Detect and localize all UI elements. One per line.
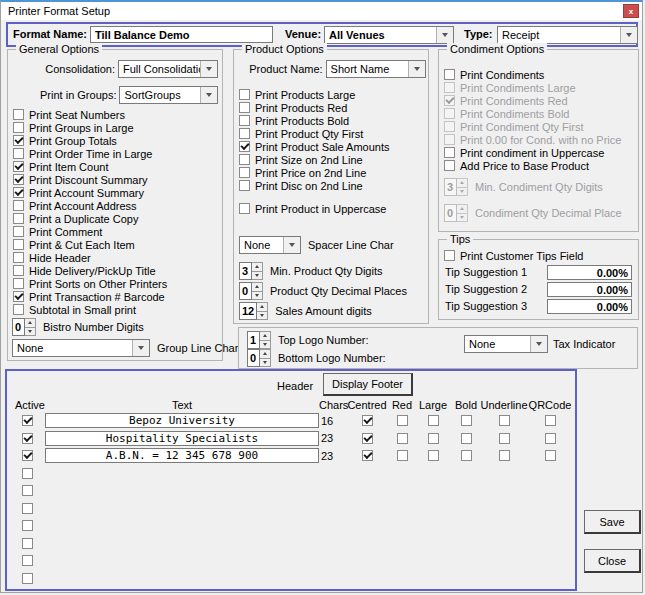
checkbox[interactable] — [13, 239, 24, 250]
checkbox[interactable] — [239, 203, 250, 214]
spinner-down-icon[interactable] — [260, 341, 271, 350]
checkbox[interactable] — [444, 69, 455, 80]
qrcode-checkbox[interactable] — [545, 415, 556, 426]
spinner-up-icon[interactable] — [260, 331, 271, 341]
spinner-down-icon[interactable] — [257, 312, 268, 321]
checkbox[interactable] — [13, 200, 24, 211]
tip-suggestion-3-input[interactable]: 0.00% — [547, 299, 632, 314]
checkbox[interactable] — [13, 278, 24, 289]
active-checkbox[interactable] — [22, 433, 33, 444]
checkbox[interactable] — [239, 89, 250, 100]
close-button[interactable]: x — [623, 4, 639, 18]
underline-checkbox[interactable] — [499, 415, 510, 426]
red-checkbox[interactable] — [397, 450, 408, 461]
checkbox[interactable] — [13, 148, 24, 159]
checkbox[interactable] — [239, 128, 250, 139]
spinner-down-icon[interactable] — [252, 292, 263, 301]
active-checkbox[interactable] — [22, 555, 33, 566]
tip-suggestion-1-input[interactable]: 0.00% — [547, 265, 632, 280]
bottom-logo-number-spinner[interactable]: 0 — [247, 349, 271, 367]
venue-select[interactable]: All Venues — [324, 26, 454, 44]
qrcode-checkbox[interactable] — [545, 433, 556, 444]
active-checkbox[interactable] — [22, 415, 33, 426]
checkbox[interactable] — [444, 250, 455, 261]
checkbox[interactable] — [13, 213, 24, 224]
red-checkbox[interactable] — [397, 433, 408, 444]
tab-header[interactable]: Header — [277, 380, 313, 392]
product-name-select[interactable]: Short Name — [326, 60, 426, 78]
chevron-down-icon[interactable] — [530, 336, 547, 352]
spinner-up-icon[interactable] — [25, 318, 36, 328]
spinner-up-icon[interactable] — [252, 262, 263, 272]
tab-display-footer[interactable]: Display Footer — [323, 373, 413, 396]
checkbox[interactable] — [239, 141, 250, 152]
spinner-down-icon[interactable] — [25, 328, 36, 337]
checkbox[interactable] — [239, 154, 250, 165]
checkbox[interactable] — [13, 161, 24, 172]
active-checkbox[interactable] — [22, 503, 33, 514]
bistro-number-digits-spinner[interactable]: 0 — [12, 318, 36, 336]
spinner-up-icon[interactable] — [260, 349, 271, 359]
active-checkbox[interactable] — [22, 538, 33, 549]
checkbox[interactable] — [13, 187, 24, 198]
print-in-groups-select[interactable]: SortGroups — [119, 86, 218, 104]
footer-text-input[interactable]: Hospitality Specialists — [45, 431, 319, 446]
chevron-down-icon[interactable] — [132, 340, 149, 356]
product-qty-decimal-places-spinner[interactable]: 0 — [239, 282, 263, 300]
checkbox[interactable] — [13, 291, 24, 302]
centred-checkbox[interactable] — [362, 415, 373, 426]
checkbox[interactable] — [239, 180, 250, 191]
save-button[interactable]: Save — [584, 510, 641, 534]
red-checkbox[interactable] — [397, 415, 408, 426]
sales-amount-digits-spinner[interactable]: 12 — [239, 302, 268, 320]
group-line-char-select[interactable]: None — [12, 339, 150, 357]
consolidation-select[interactable]: Full Consolidation — [118, 60, 218, 78]
top-logo-number-spinner[interactable]: 1 — [247, 331, 271, 349]
footer-text-input[interactable]: Bepoz University — [45, 413, 319, 428]
chevron-down-icon[interactable] — [200, 87, 217, 103]
underline-checkbox[interactable] — [499, 450, 510, 461]
large-checkbox[interactable] — [428, 433, 439, 444]
active-checkbox[interactable] — [22, 450, 33, 461]
checkbox[interactable] — [13, 304, 24, 315]
chevron-down-icon[interactable] — [283, 237, 300, 253]
underline-checkbox[interactable] — [499, 433, 510, 444]
chevron-down-icon[interactable] — [620, 27, 637, 43]
chevron-down-icon[interactable] — [436, 27, 453, 43]
spinner-up-icon[interactable] — [252, 282, 263, 292]
checkbox[interactable] — [13, 265, 24, 276]
checkbox[interactable] — [13, 122, 24, 133]
spacer-line-char-select[interactable]: None — [239, 236, 301, 254]
active-checkbox[interactable] — [22, 520, 33, 531]
type-select[interactable]: Receipt — [497, 26, 638, 44]
checkbox[interactable] — [13, 174, 24, 185]
large-checkbox[interactable] — [428, 415, 439, 426]
large-checkbox[interactable] — [428, 450, 439, 461]
active-checkbox[interactable] — [22, 468, 33, 479]
close-dialog-button[interactable]: Close — [584, 549, 641, 573]
centred-checkbox[interactable] — [362, 450, 373, 461]
bold-checkbox[interactable] — [461, 415, 472, 426]
format-name-input[interactable]: Till Balance Demo — [90, 26, 273, 43]
bold-checkbox[interactable] — [461, 450, 472, 461]
tax-indicator-select[interactable]: None — [464, 335, 548, 353]
checkbox[interactable] — [13, 135, 24, 146]
checkbox[interactable] — [13, 226, 24, 237]
qrcode-checkbox[interactable] — [545, 450, 556, 461]
footer-text-input[interactable]: A.B.N. = 12 345 678 900 — [45, 448, 319, 463]
active-checkbox[interactable] — [22, 573, 33, 584]
spinner-up-icon[interactable] — [257, 302, 268, 312]
checkbox[interactable] — [444, 160, 455, 171]
checkbox[interactable] — [239, 167, 250, 178]
chevron-down-icon[interactable] — [408, 61, 425, 77]
checkbox[interactable] — [444, 147, 455, 158]
spinner-down-icon[interactable] — [260, 359, 271, 368]
checkbox[interactable] — [13, 252, 24, 263]
chevron-down-icon[interactable] — [200, 61, 217, 77]
checkbox[interactable] — [13, 109, 24, 120]
tip-suggestion-2-input[interactable]: 0.00% — [547, 282, 632, 297]
centred-checkbox[interactable] — [362, 433, 373, 444]
checkbox[interactable] — [239, 102, 250, 113]
active-checkbox[interactable] — [22, 485, 33, 496]
bold-checkbox[interactable] — [461, 433, 472, 444]
